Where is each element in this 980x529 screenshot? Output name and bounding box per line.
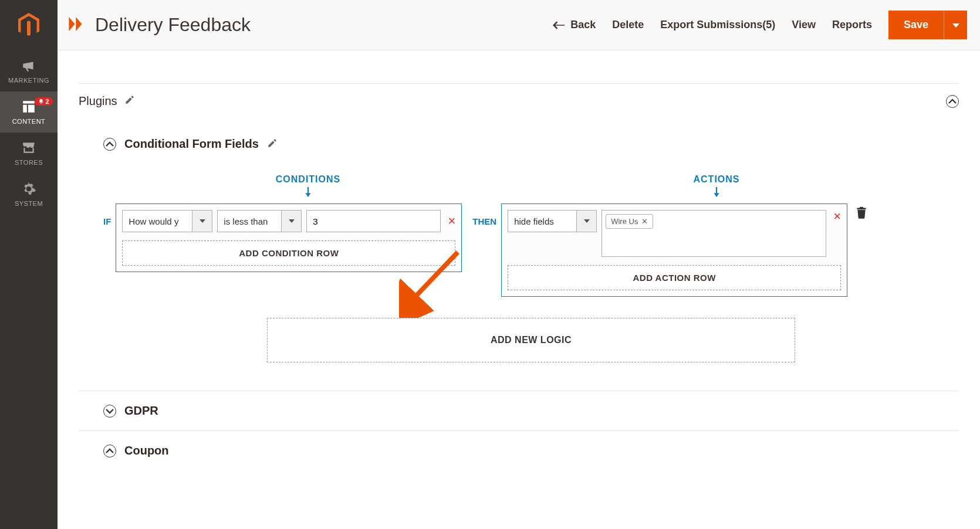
conditions-panel: How would y is less than × ADD CONDITION… <box>116 204 462 272</box>
conditional-subsection-header[interactable]: Conditional Form Fields <box>103 137 959 151</box>
module-icon <box>67 14 87 36</box>
admin-sidebar: MARKETING CONTENT 2 STORES SYSTEM <box>0 0 58 529</box>
conditions-column-label: CONDITIONS <box>135 174 481 198</box>
layout-icon <box>21 99 36 114</box>
pencil-icon[interactable] <box>267 138 278 151</box>
sidebar-item-label: MARKETING <box>8 77 49 84</box>
arrow-down-icon <box>712 187 721 198</box>
action-type-select[interactable]: hide fields <box>508 210 597 232</box>
conditional-title: Conditional Form Fields <box>124 137 259 151</box>
delete-logic-button[interactable] <box>856 206 870 221</box>
sidebar-item-label: CONTENT <box>12 118 46 125</box>
page-title: Delivery Feedback <box>95 14 251 36</box>
action-fields-input[interactable]: Wire Us ✕ <box>601 210 826 257</box>
sidebar-item-label: SYSTEM <box>15 200 43 207</box>
expand-toggle[interactable] <box>103 405 116 418</box>
sidebar-item-content[interactable]: CONTENT 2 <box>0 91 58 133</box>
if-label: IF <box>103 216 111 226</box>
sidebar-item-marketing[interactable]: MARKETING <box>0 50 58 91</box>
accordion-title: Coupon <box>124 444 169 457</box>
actions-panel: hide fields Wire Us ✕ × ADD ACTION ROW <box>501 204 847 297</box>
megaphone-icon <box>21 58 36 73</box>
notification-badge[interactable]: 2 <box>35 97 53 106</box>
collapse-toggle[interactable] <box>946 95 959 108</box>
sidebar-item-stores[interactable]: STORES <box>0 133 58 174</box>
remove-tag-button[interactable]: ✕ <box>641 217 648 226</box>
accordion-gdpr[interactable]: GDPR <box>79 391 959 431</box>
accordion-title: GDPR <box>124 404 158 418</box>
gear-icon <box>21 181 36 196</box>
condition-field-select[interactable]: How would y <box>122 210 212 232</box>
add-action-row-button[interactable]: ADD ACTION ROW <box>508 265 841 290</box>
store-icon <box>21 140 36 155</box>
field-tag: Wire Us ✕ <box>606 214 653 229</box>
export-submissions-button[interactable]: Export Submissions(5) <box>660 19 775 31</box>
arrow-left-icon <box>553 21 565 29</box>
back-button[interactable]: Back <box>553 19 596 31</box>
view-button[interactable]: View <box>792 19 816 31</box>
remove-condition-button[interactable]: × <box>448 215 455 228</box>
plugins-title: Plugins <box>79 94 117 108</box>
plugins-section-header[interactable]: Plugins <box>79 83 959 118</box>
condition-operator-select[interactable]: is less than <box>217 210 302 232</box>
trash-icon <box>856 206 867 219</box>
reports-button[interactable]: Reports <box>832 19 872 31</box>
save-button[interactable]: Save <box>888 11 944 39</box>
main-content: Plugins Conditional Form Fields CONDITIO… <box>58 50 980 529</box>
arrow-down-icon <box>304 187 312 198</box>
sidebar-item-label: STORES <box>15 159 43 166</box>
chevron-down-icon[interactable] <box>282 210 302 232</box>
actions-column-label: ACTIONS <box>543 174 890 198</box>
top-bar: Delivery Feedback Back Delete Export Sub… <box>58 0 980 50</box>
then-label: THEN <box>472 216 496 226</box>
remove-action-button[interactable]: × <box>833 210 841 223</box>
save-dropdown-toggle[interactable] <box>944 11 967 39</box>
sidebar-item-system[interactable]: SYSTEM <box>0 174 58 215</box>
chevron-down-icon[interactable] <box>577 210 597 232</box>
triangle-down-icon <box>952 22 959 29</box>
delete-button[interactable]: Delete <box>612 19 644 31</box>
add-new-logic-button[interactable]: ADD NEW LOGIC <box>267 318 795 362</box>
magento-logo[interactable] <box>0 0 58 50</box>
add-condition-row-button[interactable]: ADD CONDITION ROW <box>122 240 455 266</box>
collapse-toggle[interactable] <box>103 138 116 151</box>
accordion-coupon[interactable]: Coupon <box>79 431 959 470</box>
pencil-icon[interactable] <box>124 94 135 108</box>
chevron-down-icon[interactable] <box>192 210 212 232</box>
collapse-toggle[interactable] <box>103 445 116 457</box>
condition-value-input[interactable] <box>306 210 441 232</box>
